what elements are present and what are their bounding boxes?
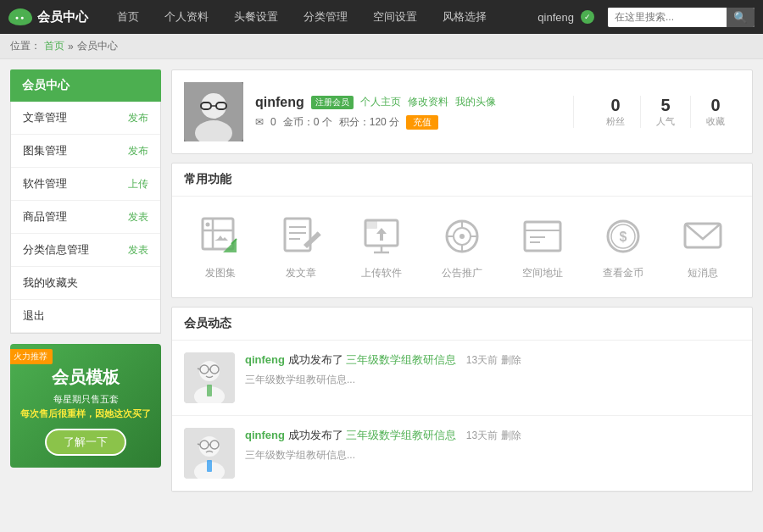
func-software-icon (359, 213, 404, 259)
sidebar-item-product[interactable]: 商品管理 发表 (11, 201, 160, 234)
nav-space[interactable]: 空间设置 (361, 0, 429, 34)
top-nav: 会员中心 首页 个人资料 头餐设置 分类管理 空间设置 风格选择 qinfeng… (0, 0, 763, 34)
func-article-label: 发文章 (286, 266, 316, 280)
svg-rect-43 (207, 385, 212, 396)
activity-action-text-1: 成功发布了 (288, 353, 343, 366)
ad-learn-button[interactable]: 了解一下 (45, 429, 126, 456)
func-space[interactable]: 空间地址 (520, 213, 565, 280)
logo-text: 会员中心 (37, 9, 88, 25)
coins-label: 金币：0 个 (283, 115, 332, 130)
sidebar-item-software[interactable]: 软件管理 上传 (11, 168, 160, 201)
sidebar-item-gallery-label: 图集管理 (23, 143, 67, 158)
func-article-icon (278, 213, 324, 259)
sidebar-item-classify-badge: 发表 (128, 243, 148, 258)
functions-grid: 发图集 发文章 上传软件 (172, 197, 752, 297)
sidebar-item-favorites[interactable]: 我的收藏夹 (11, 267, 160, 300)
activity-avatar-2 (184, 428, 235, 479)
ad-sub2-prefix: 每次售后很重样， (20, 408, 95, 418)
sidebar-item-favorites-label: 我的收藏夹 (23, 275, 78, 291)
activity-title-1: qinfeng 成功发布了 三年级数学组教研信息 13天前 删除 (245, 352, 740, 368)
stat-collect: 0 收藏 (691, 96, 740, 128)
profile-link-home[interactable]: 个人主页 (360, 95, 401, 109)
activity-delete-1[interactable]: 删除 (501, 354, 521, 366)
stat-popularity-num: 5 (656, 96, 675, 115)
functions-header: 常用功能 (172, 163, 752, 197)
activity-username-1: qinfeng (245, 353, 285, 366)
points-label: 积分：120 分 (339, 115, 399, 130)
logo[interactable]: 会员中心 (8, 8, 88, 25)
nav-profile[interactable]: 个人资料 (153, 0, 220, 34)
activity-article-1[interactable]: 三年级数学组教研信息 (346, 353, 456, 366)
func-space-label: 空间地址 (522, 266, 563, 280)
mail-count: 0 (270, 116, 276, 128)
nav-home[interactable]: 首页 (105, 0, 151, 34)
ad-tag: 火力推荐 (10, 349, 53, 364)
breadcrumb-home[interactable]: 首页 (44, 39, 64, 53)
svg-point-23 (459, 234, 465, 239)
activity-desc-1: 三年级数学组教研信息... (245, 373, 740, 387)
sidebar-item-classify[interactable]: 分类信息管理 发表 (11, 234, 160, 267)
activity-article-2[interactable]: 三年级数学组教研信息 (346, 429, 456, 441)
activity-header: 会员动态 (172, 308, 752, 341)
func-software[interactable]: 上传软件 (359, 213, 404, 280)
nav-links: 首页 个人资料 头餐设置 分类管理 空间设置 风格选择 (105, 0, 537, 34)
nav-style[interactable]: 风格选择 (431, 0, 498, 34)
func-message-icon (680, 213, 726, 259)
functions-section: 常用功能 发图集 发文章 (171, 163, 753, 298)
func-message-label: 短消息 (688, 266, 718, 280)
profile-link-avatar[interactable]: 我的头像 (455, 95, 496, 109)
profile-member-tag: 注册会员 (311, 96, 354, 109)
activity-item-2: qinfeng 成功发布了 三年级数学组教研信息 13天前 删除 三年级数学组教… (172, 416, 752, 491)
activity-title-2: qinfeng 成功发布了 三年级数学组教研信息 13天前 删除 (245, 428, 740, 443)
func-promote[interactable]: 公告推广 (439, 213, 485, 280)
breadcrumb-prefix: 位置： (10, 39, 41, 53)
sidebar-item-gallery[interactable]: 图集管理 发布 (11, 135, 160, 168)
search-input[interactable] (608, 8, 727, 26)
avatar (184, 82, 243, 141)
func-gallery-label: 发图集 (205, 266, 236, 280)
sidebar-item-software-label: 软件管理 (23, 176, 67, 191)
func-coin[interactable]: $ 查看金币 (600, 213, 646, 280)
avatar-svg (184, 82, 243, 141)
activity-action-text-2: 成功发布了 (288, 429, 343, 441)
charge-button[interactable]: 充值 (406, 115, 438, 130)
sidebar-header: 会员中心 (10, 69, 161, 102)
svg-line-42 (198, 369, 200, 369)
sidebar-item-classify-label: 分类信息管理 (23, 242, 89, 258)
ad-sub1: 每星期只售五套 (20, 392, 151, 407)
nav-category[interactable]: 分类管理 (292, 0, 359, 34)
activity-item: qinfeng 成功发布了 三年级数学组教研信息 13天前 删除 三年级数学组教… (172, 341, 752, 416)
nav-avatar[interactable]: 头餐设置 (222, 0, 290, 34)
stat-collect-label: 收藏 (706, 115, 725, 128)
activity-time-1: 13天前 (466, 354, 498, 366)
ad-sub2-highlight: 因她这次买了 (95, 408, 151, 418)
sidebar-ad: 火力推荐 会员模板 每星期只售五套 每次售后很重样，因她这次买了 了解一下 (10, 344, 161, 468)
sidebar-item-article[interactable]: 文章管理 发布 (11, 102, 160, 135)
ad-sub2: 每次售后很重样，因她这次买了 (20, 407, 151, 421)
sidebar-item-article-badge: 发布 (128, 111, 148, 125)
activity-delete-2[interactable]: 删除 (501, 429, 521, 441)
func-message[interactable]: 短消息 (680, 213, 726, 280)
stat-fans-num: 0 (606, 96, 625, 115)
func-gallery[interactable]: 发图集 (198, 213, 243, 280)
func-article[interactable]: 发文章 (278, 213, 324, 280)
sidebar-item-logout[interactable]: 退出 (11, 300, 160, 333)
svg-point-37 (199, 361, 220, 381)
func-promote-icon (439, 213, 485, 259)
profile-link-edit[interactable]: 修改资料 (408, 95, 448, 109)
svg-text:$: $ (619, 230, 627, 244)
search-button[interactable]: 🔍 (727, 8, 755, 27)
profile-card: qinfeng 注册会员 个人主页 修改资料 我的头像 ✉ 0 金币：0 个 积… (171, 69, 753, 154)
breadcrumb-separator: » (68, 41, 74, 53)
sidebar-item-product-badge: 发表 (128, 210, 148, 224)
logo-icon (8, 8, 32, 25)
username-label: qinfeng (537, 11, 574, 24)
svg-rect-17 (365, 220, 377, 229)
svg-line-50 (198, 444, 200, 445)
func-software-label: 上传软件 (361, 266, 402, 280)
activity-content-2: qinfeng 成功发布了 三年级数学组教研信息 13天前 删除 三年级数学组教… (245, 428, 740, 479)
breadcrumb: 位置： 首页 » 会员中心 (0, 34, 763, 59)
sidebar-item-gallery-badge: 发布 (128, 144, 148, 158)
breadcrumb-current: 会员中心 (77, 39, 118, 53)
activity-time-2: 13天前 (466, 429, 498, 441)
